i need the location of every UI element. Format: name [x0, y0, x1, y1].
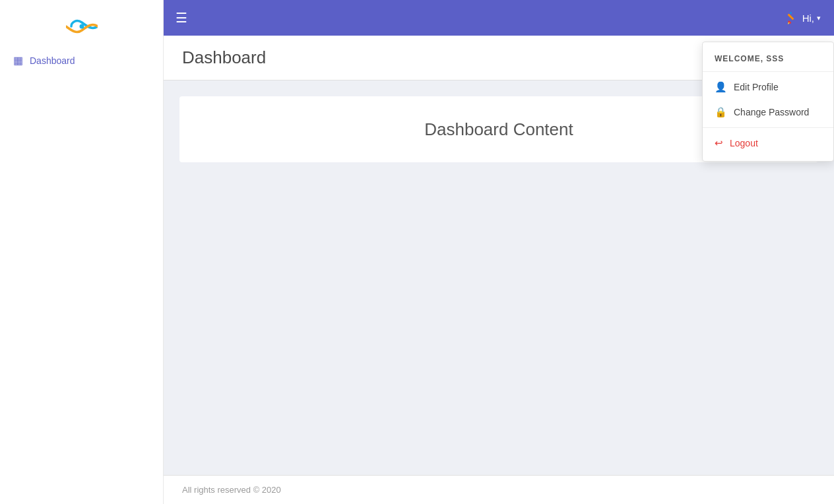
dropdown-divider-2: [703, 127, 833, 128]
edit-profile-item[interactable]: 👤 Edit Profile: [703, 75, 833, 100]
svg-rect-4: [789, 11, 792, 14]
dashboard-content-title: Dashboard Content: [424, 119, 573, 140]
page-title: Dashboard: [182, 47, 266, 68]
top-navbar: ☰ Hi, ▾: [164, 0, 834, 36]
pencil-icon: [786, 11, 800, 24]
lock-icon: 🔒: [715, 106, 727, 118]
user-menu-button[interactable]: Hi, ▾: [802, 13, 821, 24]
logout-icon: ↩: [715, 137, 723, 149]
dropdown-welcome: WELCOME, SSS: [703, 47, 833, 69]
footer-text: All rights reserved © 2020: [182, 485, 281, 495]
dropdown-divider-1: [703, 71, 833, 72]
sidebar-item-dashboard[interactable]: ▦ Dashboard: [0, 47, 163, 73]
user-dropdown-menu: WELCOME, SSS 👤 Edit Profile 🔒 Change Pas…: [702, 42, 834, 162]
caret-icon: ▾: [817, 14, 821, 22]
logo: [0, 7, 163, 47]
footer: All rights reserved © 2020: [164, 475, 834, 504]
svg-rect-2: [787, 14, 794, 20]
sidebar-item-label: Dashboard: [30, 55, 75, 66]
person-icon: 👤: [715, 81, 727, 93]
hamburger-button[interactable]: ☰: [164, 10, 199, 26]
dashboard-icon: ▦: [13, 54, 23, 67]
logout-label: Logout: [730, 138, 758, 148]
change-password-item[interactable]: 🔒 Change Password: [703, 100, 833, 125]
svg-point-0: [79, 24, 84, 29]
edit-profile-label: Edit Profile: [734, 82, 779, 92]
change-password-label: Change Password: [734, 107, 809, 117]
sidebar: ▦ Dashboard: [0, 0, 164, 504]
edit-icon-wrap: [786, 11, 800, 24]
nav-right: Hi, ▾ WELCOME, SSS 👤 Edit Profile 🔒: [786, 11, 834, 24]
hi-label: Hi,: [802, 13, 814, 24]
logout-item[interactable]: ↩ Logout: [703, 131, 833, 156]
